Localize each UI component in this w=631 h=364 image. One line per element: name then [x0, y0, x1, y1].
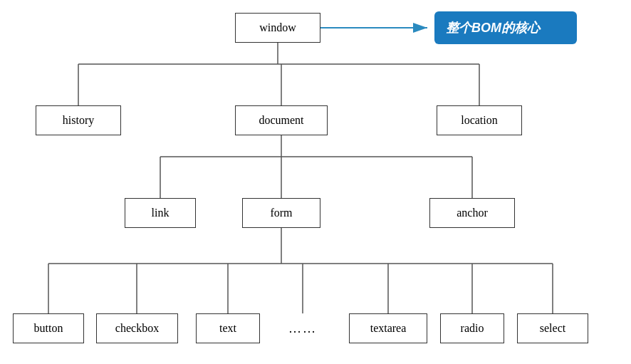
location-node: location [437, 105, 522, 135]
history-node: history [36, 105, 121, 135]
textarea-node: textarea [349, 313, 427, 343]
connector-lines [0, 0, 631, 364]
radio-node: radio [440, 313, 504, 343]
bom-diagram: window history document location link fo… [0, 0, 631, 364]
ellipsis-node: …… [274, 313, 331, 343]
button-node: button [13, 313, 84, 343]
document-node: document [235, 105, 328, 135]
checkbox-node: checkbox [96, 313, 178, 343]
select-node: select [517, 313, 588, 343]
bom-callout: 整个BOM的核心 [434, 11, 577, 44]
window-node: window [235, 13, 320, 43]
anchor-node: anchor [429, 198, 515, 228]
link-node: link [125, 198, 196, 228]
text-node: text [196, 313, 260, 343]
form-node: form [242, 198, 320, 228]
